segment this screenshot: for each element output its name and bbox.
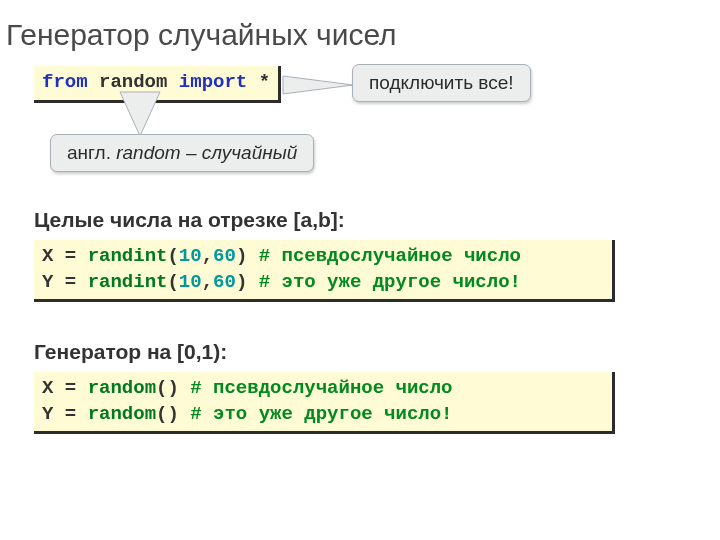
rp: ) <box>236 245 247 267</box>
module-name: random <box>99 71 167 93</box>
sp <box>179 403 190 425</box>
comment: # псевдослучайное число <box>259 245 521 267</box>
comment: # псевдослучайное число <box>190 377 452 399</box>
svg-marker-0 <box>283 76 353 94</box>
code-randint-box: X = randint(10,60) # псевдослучайное чис… <box>34 240 615 302</box>
kw-from: from <box>42 71 88 93</box>
eq: = <box>53 271 87 293</box>
callout-english-translation: англ. random – случайный <box>50 134 314 172</box>
num-b: 60 <box>213 271 236 293</box>
rp: ) <box>236 271 247 293</box>
num-a: 10 <box>179 245 202 267</box>
comment: # это уже другое число! <box>259 271 521 293</box>
lp: ( <box>167 245 178 267</box>
var: X <box>42 245 53 267</box>
svg-marker-1 <box>120 92 160 136</box>
var: X <box>42 377 53 399</box>
code-line: X = random() # псевдослучайное число <box>42 376 604 402</box>
func: random <box>88 403 156 425</box>
func: randint <box>88 271 168 293</box>
num-b: 60 <box>213 245 236 267</box>
section-heading-integers: Целые числа на отрезке [a,b]: <box>34 208 345 232</box>
num-a: 10 <box>179 271 202 293</box>
sp <box>247 271 258 293</box>
page-title: Генератор случайных чисел <box>6 18 397 52</box>
code-random-box: X = random() # псевдослучайное число Y =… <box>34 372 615 434</box>
func: random <box>88 377 156 399</box>
eq: = <box>53 245 87 267</box>
code-line: X = randint(10,60) # псевдослучайное чис… <box>42 244 604 270</box>
var: Y <box>42 271 53 293</box>
func: randint <box>88 245 168 267</box>
comment: # это уже другое число! <box>190 403 452 425</box>
lp: ( <box>156 403 167 425</box>
import-star: * <box>259 71 270 93</box>
code-line: Y = randint(10,60) # это уже другое числ… <box>42 270 604 296</box>
kw-import: import <box>179 71 247 93</box>
eq: = <box>53 403 87 425</box>
english-word: random <box>116 142 186 163</box>
lp: ( <box>156 377 167 399</box>
code-line: Y = random() # это уже другое число! <box>42 402 604 428</box>
comma: , <box>202 271 213 293</box>
section-heading-unit-interval: Генератор на [0,1): <box>34 340 227 364</box>
pointer-down-arrow <box>120 92 180 136</box>
eq: = <box>53 377 87 399</box>
lp: ( <box>167 271 178 293</box>
comma: , <box>202 245 213 267</box>
english-prefix: англ. <box>67 142 116 163</box>
callout-connect-all: подключить все! <box>352 64 531 102</box>
pointer-right-arrow <box>283 76 353 94</box>
english-suffix: – случайный <box>186 142 297 163</box>
rp: ) <box>167 377 178 399</box>
sp <box>247 245 258 267</box>
var: Y <box>42 403 53 425</box>
rp: ) <box>167 403 178 425</box>
sp <box>179 377 190 399</box>
